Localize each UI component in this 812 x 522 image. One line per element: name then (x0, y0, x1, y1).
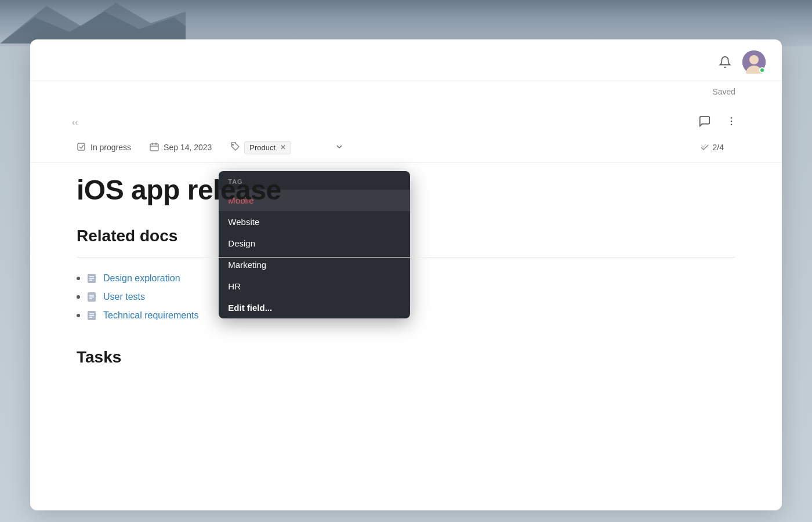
doc-type-icon (86, 291, 97, 303)
checklist-count[interactable]: 2/4 (700, 143, 735, 152)
top-right-icons (696, 113, 740, 130)
comment-icon[interactable] (696, 113, 713, 130)
header-right (717, 50, 766, 74)
tag-search-input[interactable] (296, 143, 331, 152)
main-card: Saved ‹‹ In progr (30, 39, 782, 510)
user-tests-link[interactable]: User tests (103, 292, 145, 302)
svg-rect-5 (78, 143, 85, 150)
bell-icon[interactable] (717, 54, 733, 70)
related-docs-heading: Related docs (77, 227, 735, 245)
svg-point-4 (731, 124, 733, 126)
doc-content: iOS app release Related docs Design expl… (30, 162, 782, 510)
tag-dropdown-arrow[interactable] (335, 143, 343, 153)
doc-title: iOS app release (77, 174, 735, 206)
bullet-point (77, 314, 80, 317)
technical-requirements-link[interactable]: Technical requirements (103, 310, 199, 321)
svg-rect-8 (150, 144, 158, 151)
status-meta[interactable]: In progress (77, 142, 131, 153)
date-meta[interactable]: Sep 14, 2023 (150, 142, 212, 153)
bullet-point (77, 277, 80, 280)
list-item: Technical requirements (77, 306, 735, 325)
svg-line-7 (81, 145, 84, 148)
card-header (30, 39, 782, 81)
calendar-icon (150, 142, 159, 153)
date-label: Sep 14, 2023 (164, 143, 212, 152)
more-options-icon[interactable] (723, 113, 740, 130)
saved-label: Saved (712, 87, 735, 96)
svg-marker-1 (0, 12, 186, 44)
avatar[interactable] (742, 50, 766, 74)
related-docs-divider (77, 257, 735, 258)
tag-meta: Product ✕ TAG Mobile Website Design (230, 141, 343, 154)
svg-point-12 (233, 144, 234, 145)
bullet-point (77, 295, 80, 299)
design-exploration-link[interactable]: Design exploration (103, 273, 180, 284)
status-icon (77, 142, 86, 153)
tag-close-button[interactable]: ✕ (280, 143, 286, 151)
tasks-heading: Tasks (77, 348, 735, 367)
doc-meta-bar: In progress Sep 14, 2023 Pr (30, 132, 782, 162)
status-label: In progress (90, 143, 131, 152)
list-item: User tests (77, 288, 735, 306)
related-docs-list: Design exploration User tests (77, 269, 735, 325)
list-item: Design exploration (77, 269, 735, 288)
mountain-silhouette (0, 0, 186, 44)
svg-point-3 (731, 121, 733, 122)
tag-pill-label: Product (249, 143, 276, 152)
online-status-dot (759, 67, 765, 73)
svg-point-2 (731, 117, 733, 119)
doc-type-icon (86, 310, 97, 321)
tag-icon (230, 142, 240, 153)
sidebar-toggle-button[interactable]: ‹‹ (70, 115, 81, 130)
checklist-label: 2/4 (713, 143, 724, 152)
doc-type-icon (86, 273, 97, 284)
tag-pill[interactable]: Product ✕ (244, 141, 291, 154)
